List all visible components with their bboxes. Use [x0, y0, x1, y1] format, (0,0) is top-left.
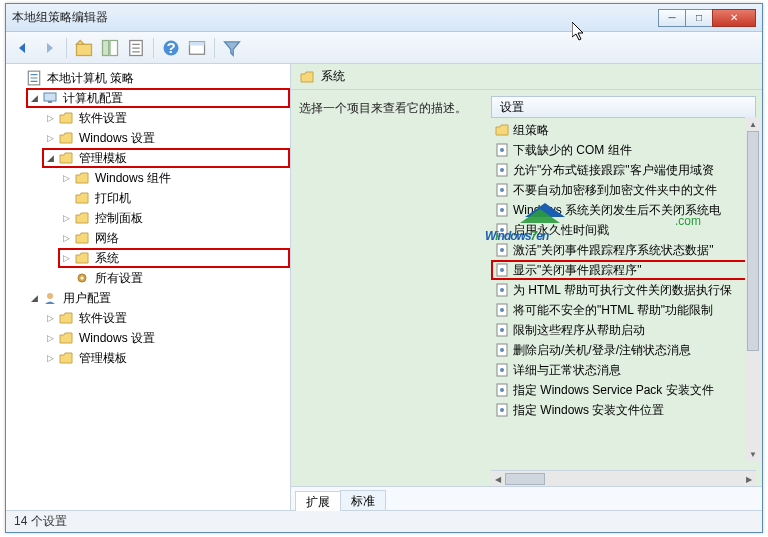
svg-point-35 — [500, 348, 504, 352]
folder-icon — [58, 130, 74, 146]
policy-icon — [495, 363, 509, 377]
settings-items[interactable]: 组策略下载缺少的 COM 组件允许"分布式链接跟踪"客户端使用域资不要自动加密移… — [491, 118, 762, 468]
expand-icon[interactable] — [44, 312, 56, 324]
svg-point-19 — [500, 188, 504, 192]
expand-icon[interactable] — [44, 152, 56, 164]
setting-item[interactable]: 允许"分布式链接跟踪"客户端使用域资 — [491, 160, 756, 180]
vertical-scrollbar[interactable]: ▲ ▼ — [745, 117, 761, 461]
svg-point-15 — [500, 148, 504, 152]
tree-u-admin[interactable]: 管理模板 — [42, 348, 290, 368]
help-button[interactable]: ? — [160, 37, 182, 59]
tree-u-windows[interactable]: Windows 设置 — [42, 328, 290, 348]
policy-icon — [495, 163, 509, 177]
scroll-down-icon[interactable]: ▼ — [745, 447, 761, 461]
folder-icon — [58, 330, 74, 346]
tree-pane[interactable]: 本地计算机 策略 计算机配置 软件设置 — [6, 64, 291, 510]
folder-icon — [58, 350, 74, 366]
policy-icon — [495, 243, 509, 257]
expand-icon[interactable] — [28, 92, 40, 104]
filter-button[interactable] — [221, 37, 243, 59]
tab-extended[interactable]: 扩展 — [295, 491, 341, 511]
minimize-button[interactable]: ─ — [658, 9, 686, 27]
svg-rect-1 — [103, 40, 109, 55]
expand-icon[interactable] — [60, 212, 72, 224]
tree-root[interactable]: 本地计算机 策略 — [10, 68, 290, 88]
setting-item[interactable]: 显示"关闭事件跟踪程序" — [491, 260, 756, 280]
svg-rect-10 — [48, 101, 52, 103]
policy-icon — [495, 263, 509, 277]
tree-system[interactable]: 系统 — [58, 248, 290, 268]
expand-icon[interactable] — [60, 232, 72, 244]
setting-item[interactable]: 限制这些程序从帮助启动 — [491, 320, 756, 340]
tree-win-components[interactable]: Windows 组件 — [58, 168, 290, 188]
setting-item[interactable]: 为 HTML 帮助可执行文件关闭数据执行保 — [491, 280, 756, 300]
svg-point-21 — [500, 208, 504, 212]
scroll-thumb[interactable] — [505, 473, 545, 485]
folder-icon — [74, 230, 90, 246]
forward-button[interactable] — [38, 37, 60, 59]
column-header[interactable]: 设置 — [491, 96, 756, 118]
description-text: 选择一个项目来查看它的描述。 — [299, 101, 467, 115]
svg-text:?: ? — [166, 39, 175, 56]
setting-label: 启用永久性时间戳 — [513, 222, 609, 239]
setting-item[interactable]: 组策略 — [491, 120, 756, 140]
tree-software[interactable]: 软件设置 — [42, 108, 290, 128]
folder-icon — [299, 69, 315, 85]
svg-rect-9 — [44, 93, 56, 101]
svg-point-39 — [500, 388, 504, 392]
tree-all-settings[interactable]: 所有设置 — [58, 268, 290, 288]
expand-icon[interactable] — [44, 112, 56, 124]
setting-item[interactable]: 删除启动/关机/登录/注销状态消息 — [491, 340, 756, 360]
setting-label: 指定 Windows 安装文件位置 — [513, 402, 664, 419]
expand-icon[interactable] — [44, 352, 56, 364]
setting-item[interactable]: 指定 Windows 安装文件位置 — [491, 400, 756, 420]
setting-item[interactable]: 不要自动加密移到加密文件夹中的文件 — [491, 180, 756, 200]
tab-standard[interactable]: 标准 — [340, 490, 386, 510]
setting-label: 将可能不安全的"HTML 帮助"功能限制 — [513, 302, 713, 319]
setting-item[interactable]: Windows 系统关闭发生后不关闭系统电 — [491, 200, 756, 220]
expand-icon — [60, 192, 72, 204]
folder-icon — [495, 123, 509, 137]
setting-label: 组策略 — [513, 122, 549, 139]
policy-icon — [495, 223, 509, 237]
setting-item[interactable]: 将可能不安全的"HTML 帮助"功能限制 — [491, 300, 756, 320]
tree-admin-templates[interactable]: 管理模板 — [42, 148, 290, 168]
gpedit-window: 本地组策略编辑器 ─ □ ✕ ? — [5, 3, 763, 533]
setting-item[interactable]: 激活"关闭事件跟踪程序系统状态数据" — [491, 240, 756, 260]
view-tabs: 扩展 标准 — [291, 486, 762, 510]
expand-icon[interactable] — [60, 172, 72, 184]
maximize-button[interactable]: □ — [685, 9, 713, 27]
tree-user-config[interactable]: 用户配置 — [26, 288, 290, 308]
setting-label: 允许"分布式链接跟踪"客户端使用域资 — [513, 162, 714, 179]
show-tree-button[interactable] — [99, 37, 121, 59]
folder-icon — [74, 170, 90, 186]
tree-computer-config[interactable]: 计算机配置 — [26, 88, 290, 108]
setting-item[interactable]: 下载缺少的 COM 组件 — [491, 140, 756, 160]
properties-button[interactable] — [186, 37, 208, 59]
setting-item[interactable]: 详细与正常状态消息 — [491, 360, 756, 380]
policy-icon — [495, 283, 509, 297]
setting-item[interactable]: 启用永久性时间戳 — [491, 220, 756, 240]
svg-rect-2 — [110, 40, 118, 55]
expand-icon[interactable] — [44, 332, 56, 344]
tree-printer[interactable]: 打印机 — [58, 188, 290, 208]
scroll-up-icon[interactable]: ▲ — [745, 117, 761, 131]
tree-control-panel[interactable]: 控制面板 — [58, 208, 290, 228]
back-button[interactable] — [12, 37, 34, 59]
expand-icon[interactable] — [60, 252, 72, 264]
tree-network[interactable]: 网络 — [58, 228, 290, 248]
expand-icon[interactable] — [44, 132, 56, 144]
export-button[interactable] — [125, 37, 147, 59]
scroll-left-icon[interactable]: ◀ — [491, 471, 505, 486]
svg-rect-0 — [77, 44, 92, 55]
expand-icon[interactable] — [28, 292, 40, 304]
up-button[interactable] — [73, 37, 95, 59]
scroll-thumb[interactable] — [747, 131, 759, 351]
tree-windows[interactable]: Windows 设置 — [42, 128, 290, 148]
setting-item[interactable]: 指定 Windows Service Pack 安装文件 — [491, 380, 756, 400]
tree-u-software[interactable]: 软件设置 — [42, 308, 290, 328]
separator — [214, 38, 215, 58]
close-button[interactable]: ✕ — [712, 9, 756, 27]
scroll-right-icon[interactable]: ▶ — [742, 471, 756, 486]
horizontal-scrollbar[interactable]: ◀ ▶ — [491, 470, 756, 486]
